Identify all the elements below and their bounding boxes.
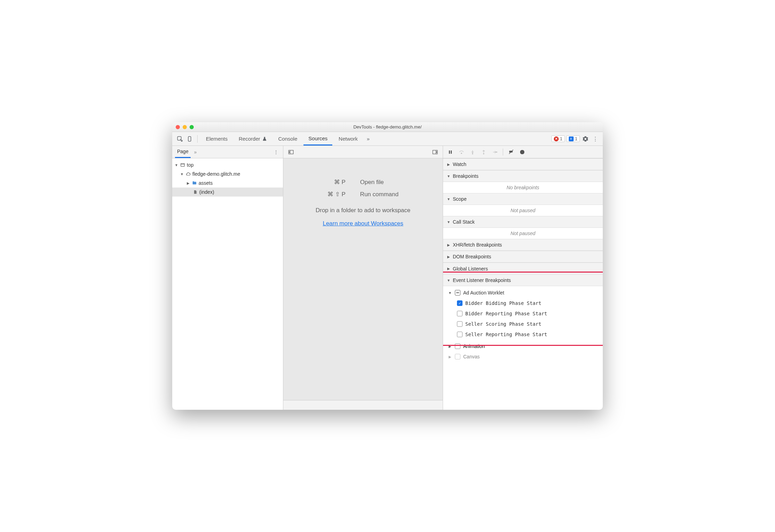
svg-point-14	[472, 153, 473, 154]
elb-category-canvas[interactable]: Canvas	[443, 351, 603, 362]
svg-rect-10	[449, 150, 450, 153]
pause-on-exceptions-icon[interactable]	[517, 147, 527, 157]
folder-icon	[192, 180, 197, 186]
titlebar: DevTools - fledge-demo.glitch.me/	[172, 122, 603, 132]
elb-item-bidder-bidding[interactable]: ✓ Bidder Bidding Phase Start	[443, 298, 603, 308]
tab-elements[interactable]: Elements	[201, 132, 233, 146]
elb-item-seller-reporting[interactable]: Seller Reporting Phase Start	[443, 329, 603, 340]
step-into-icon[interactable]	[467, 147, 478, 157]
workspace-drop-hint: Drop in a folder to add to workspace	[316, 207, 410, 214]
window-icon	[180, 162, 185, 168]
checkbox-seller-reporting[interactable]	[457, 332, 462, 337]
tree-origin[interactable]: fledge-demo.glitch.me	[172, 169, 283, 178]
scope-not-paused: Not paused	[443, 205, 603, 216]
tree-folder-assets[interactable]: assets	[172, 178, 283, 188]
toggle-debugger-icon[interactable]	[431, 148, 439, 156]
open-file-shortcut: ⌘ P	[320, 176, 352, 188]
pane-scope[interactable]: Scope	[443, 193, 603, 205]
editor-empty-state: ⌘ P Open file ⌘ ⇧ P Run command Drop in …	[283, 158, 443, 400]
checkbox-seller-scoring[interactable]	[457, 321, 462, 327]
svg-rect-2	[181, 164, 185, 166]
run-command-label: Run command	[353, 189, 406, 200]
device-toolbar-icon[interactable]	[185, 135, 194, 143]
top-toolbar: Elements Recorder Console Sources Networ…	[172, 132, 603, 146]
tab-sources[interactable]: Sources	[303, 132, 332, 146]
call-stack-not-paused: Not paused	[443, 228, 603, 239]
message-icon: ≡	[569, 136, 574, 141]
pane-breakpoints[interactable]: Breakpoints	[443, 170, 603, 182]
editor-statusbar	[283, 400, 443, 410]
errors-badge[interactable]: ✕ 1	[551, 135, 565, 142]
elb-item-seller-scoring[interactable]: Seller Scoring Phase Start	[443, 319, 603, 329]
editor-panel: ⌘ P Open file ⌘ ⇧ P Run command Drop in …	[283, 146, 443, 410]
devtools-window: DevTools - fledge-demo.glitch.me/ Elemen…	[172, 122, 603, 410]
tab-console[interactable]: Console	[273, 132, 302, 146]
messages-badge[interactable]: ≡ 1	[566, 135, 580, 142]
elb-content: Ad Auction Worklet ✓ Bidder Bidding Phas…	[443, 286, 603, 341]
flask-icon	[262, 136, 267, 141]
more-tabs-icon[interactable]: »	[364, 135, 372, 143]
svg-rect-1	[188, 136, 191, 141]
run-command-shortcut: ⌘ ⇧ P	[320, 189, 352, 200]
cloud-icon	[185, 171, 191, 177]
svg-point-12	[461, 153, 462, 153]
checkbox-bidder-bidding[interactable]: ✓	[457, 300, 462, 306]
navigator-panel: Page » ⋮ top fledge-demo.glitch.me	[172, 146, 283, 410]
toggle-navigator-icon[interactable]	[287, 148, 295, 156]
pane-xhr-breakpoints[interactable]: XHR/fetch Breakpoints	[443, 239, 603, 251]
pane-global-listeners[interactable]: Global Listeners	[443, 263, 603, 274]
tree-top-frame[interactable]: top	[172, 160, 283, 169]
open-file-label: Open file	[353, 176, 406, 188]
svg-rect-11	[451, 150, 452, 153]
elb-category-ad-auction[interactable]: Ad Auction Worklet	[443, 288, 603, 298]
breakpoints-empty: No breakpoints	[443, 182, 603, 193]
svg-marker-9	[436, 151, 437, 152]
debugger-toolbar	[443, 146, 603, 158]
file-tree: top fledge-demo.glitch.me assets (index)	[172, 158, 283, 199]
pane-dom-breakpoints[interactable]: DOM Breakpoints	[443, 251, 603, 263]
pane-call-stack[interactable]: Call Stack	[443, 216, 603, 228]
checkbox-ad-auction[interactable]	[455, 290, 460, 296]
svg-point-18	[496, 151, 497, 152]
checkbox-animation[interactable]	[455, 343, 460, 349]
pause-icon[interactable]	[445, 147, 456, 157]
pane-event-listener-breakpoints[interactable]: Event Listener Breakpoints	[443, 274, 603, 286]
pane-watch[interactable]: Watch	[443, 158, 603, 170]
checkbox-bidder-reporting[interactable]	[457, 311, 462, 316]
navigator-kebab-icon[interactable]: ⋮	[272, 148, 280, 156]
svg-marker-6	[289, 151, 290, 152]
inspect-icon[interactable]	[176, 135, 184, 143]
navigator-more-tabs-icon[interactable]: »	[194, 149, 197, 155]
kebab-menu-icon[interactable]: ⋮	[591, 135, 599, 143]
window-title: DevTools - fledge-demo.glitch.me/	[172, 124, 603, 130]
step-out-icon[interactable]	[478, 147, 489, 157]
tree-file-index[interactable]: (index)	[172, 188, 283, 197]
elb-category-animation[interactable]: Animation	[443, 341, 603, 351]
editor-toolbar	[283, 146, 443, 158]
settings-icon[interactable]	[581, 135, 590, 143]
workspace-learn-link[interactable]: Learn more about Workspaces	[323, 220, 403, 227]
navigator-tab-page[interactable]: Page	[175, 146, 191, 158]
file-icon	[192, 189, 198, 195]
tab-recorder[interactable]: Recorder	[234, 132, 272, 146]
step-icon[interactable]	[490, 147, 500, 157]
navigator-tabs: Page » ⋮	[172, 146, 283, 158]
svg-marker-20	[520, 150, 524, 154]
step-over-icon[interactable]	[456, 147, 467, 157]
elb-item-bidder-reporting[interactable]: Bidder Reporting Phase Start	[443, 308, 603, 319]
main-area: Page » ⋮ top fledge-demo.glitch.me	[172, 146, 603, 410]
checkbox-canvas[interactable]	[455, 354, 460, 359]
debugger-panel: Watch Breakpoints No breakpoints Scope N…	[443, 146, 603, 410]
error-icon: ✕	[554, 136, 559, 141]
svg-point-16	[483, 153, 484, 154]
deactivate-breakpoints-icon[interactable]	[506, 147, 516, 157]
tab-network[interactable]: Network	[334, 132, 362, 146]
